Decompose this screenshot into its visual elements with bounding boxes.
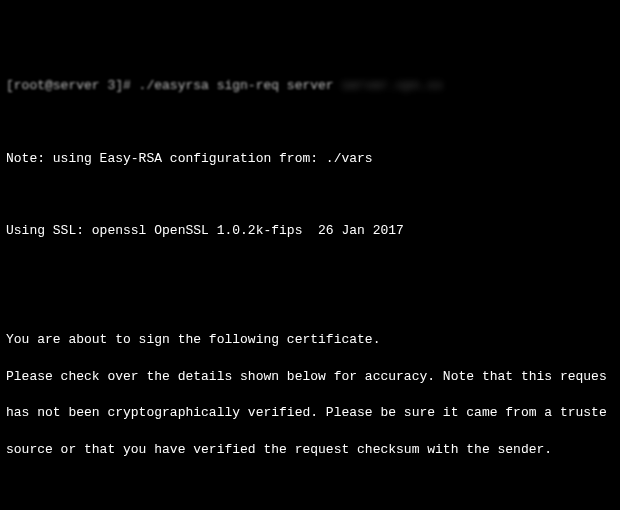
blank bbox=[6, 477, 614, 495]
check-details: Please check over the details shown belo… bbox=[6, 368, 614, 386]
about-to-sign: You are about to sign the following cert… bbox=[6, 331, 614, 349]
note-config: Note: using Easy-RSA configuration from:… bbox=[6, 150, 614, 168]
not-verified: has not been cryptographically verified.… bbox=[6, 404, 614, 422]
source-verify: source or that you have verified the req… bbox=[6, 441, 614, 459]
redacted-server-name: server.vpn.xx bbox=[341, 77, 442, 95]
blank bbox=[6, 259, 614, 277]
ssl-version: Using SSL: openssl OpenSSL 1.0.2k-fips 2… bbox=[6, 222, 614, 240]
prompt-line: [root@server 3]# ./easyrsa sign-req serv… bbox=[6, 77, 614, 95]
blank bbox=[6, 186, 614, 204]
blank bbox=[6, 295, 614, 313]
blank bbox=[6, 113, 614, 131]
